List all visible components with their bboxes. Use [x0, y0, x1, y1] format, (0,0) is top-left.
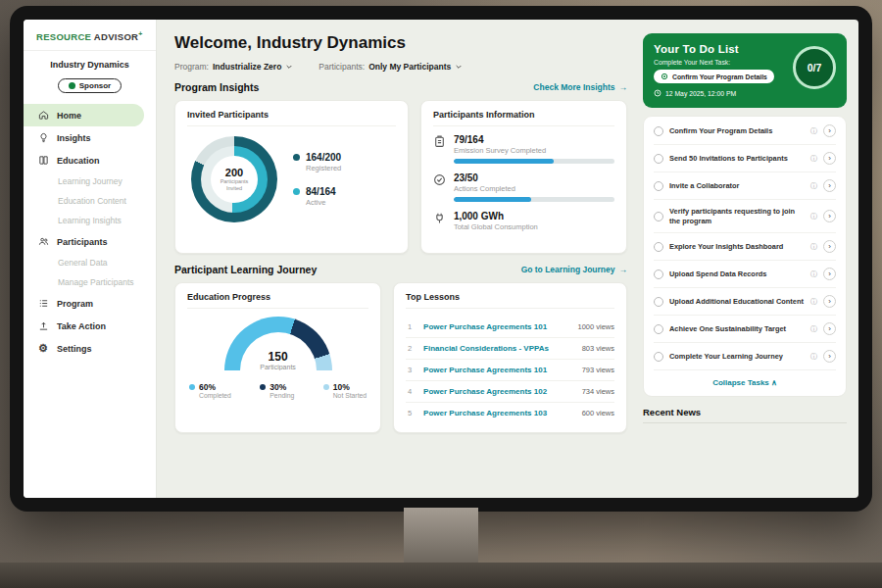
legend-dot — [293, 188, 300, 195]
arrow-right-icon: → — [619, 265, 628, 274]
task-row-confirm-program-details[interactable]: Confirm Your Program Details ⓘ › — [654, 118, 836, 145]
lesson-link[interactable]: Power Purchase Agreements 101 — [423, 322, 569, 331]
next-task-pill[interactable]: Confirm Your Program Details — [654, 70, 774, 83]
task-checkbox[interactable] — [654, 242, 663, 252]
info-icon: ⓘ — [810, 126, 817, 136]
sidebar-item-manage-participants[interactable]: Manage Participants — [24, 272, 156, 292]
sidebar-item-general-data[interactable]: General Data — [24, 253, 156, 272]
todo-panel: 0/7 Your To Do List Complete Your Next T… — [641, 20, 858, 498]
task-row-achieve-sustainability-target[interactable]: Achieve One Sustainability Target ⓘ › — [654, 316, 836, 343]
monitor-bezel: RESOURCE ADVISOR+ Industry Dynamics Spon… — [10, 6, 872, 512]
lesson-link[interactable]: Power Purchase Agreements 102 — [423, 387, 574, 396]
task-row-invite-collaborator[interactable]: Invite a Collaborator ⓘ › — [654, 172, 836, 200]
logo-secondary: ADVISOR — [94, 31, 138, 42]
section-title-learning-journey: Participant Learning Journey — [174, 264, 317, 275]
participants-information-card: Participants Information 79/164 Emission… — [420, 100, 627, 254]
task-checkbox[interactable] — [654, 154, 663, 164]
sidebar-item-participants[interactable]: Participants — [24, 230, 156, 253]
book-icon — [38, 155, 49, 166]
people-icon — [38, 236, 49, 247]
task-checkbox[interactable] — [654, 126, 663, 136]
sidebar-item-take-action[interactable]: Take Action — [24, 315, 156, 337]
gauge-center: 150 Participants — [224, 350, 332, 370]
info-icon: ⓘ — [810, 181, 817, 191]
logo-plus: + — [138, 30, 142, 37]
dashboard-screen: RESOURCE ADVISOR+ Industry Dynamics Spon… — [24, 20, 858, 498]
lesson-link[interactable]: Power Purchase Agreements 103 — [423, 409, 574, 417]
monitor-stand — [404, 508, 478, 564]
task-row-upload-spend-data[interactable]: Upload Spend Data Records ⓘ › — [654, 261, 836, 288]
collapse-tasks-link[interactable]: Collapse Tasks ∧ — [654, 370, 836, 392]
education-gauge-chart: 150 Participants — [224, 317, 332, 370]
todo-progress-ring: 0/7 — [793, 46, 836, 89]
plug-icon — [433, 212, 446, 224]
sidebar-item-learning-journey[interactable]: Learning Journey — [24, 172, 156, 191]
sidebar-item-education[interactable]: Education — [24, 149, 156, 172]
org-name: Industry Dynamics — [29, 60, 150, 70]
task-row-upload-educational-content[interactable]: Upload Additional Educational Content ⓘ … — [654, 288, 836, 316]
participants-filter-dropdown[interactable]: Participants: Only My Participants — [318, 62, 463, 72]
chevron-down-icon — [285, 63, 293, 71]
section-title-program-insights: Program Insights — [174, 81, 259, 93]
sidebar-item-learning-insights[interactable]: Learning Insights — [24, 211, 156, 230]
card-title: Top Lessons — [406, 292, 614, 309]
sidebar-item-education-content[interactable]: Education Content — [24, 191, 156, 211]
chevron-up-icon: ∧ — [771, 378, 777, 387]
sidebar-item-home[interactable]: Home — [24, 104, 144, 126]
lesson-link[interactable]: Power Purchase Agreements 101 — [423, 366, 574, 374]
task-list-card: Confirm Your Program Details ⓘ › Send 50… — [643, 116, 847, 397]
chevron-right-icon[interactable]: › — [823, 240, 836, 253]
chevron-right-icon[interactable]: › — [823, 124, 836, 137]
go-to-learning-journey-link[interactable]: Go to Learning Journey → — [521, 265, 627, 274]
task-checkbox[interactable] — [654, 297, 663, 307]
page-title: Welcome, Industry Dynamics — [174, 33, 627, 53]
progress-bar-emission-survey — [454, 159, 614, 164]
legend-item-active: 84/164 Active — [293, 186, 341, 207]
sidebar-item-insights[interactable]: Insights — [24, 126, 156, 149]
task-checkbox[interactable] — [654, 212, 663, 221]
next-task-due: 12 May 2025, 12:00 PM — [654, 89, 836, 97]
chevron-right-icon[interactable]: › — [823, 295, 836, 308]
lesson-row: 4 Power Purchase Agreements 102 734 view… — [406, 381, 614, 403]
chevron-right-icon[interactable]: › — [823, 350, 836, 363]
task-row-explore-insights[interactable]: Explore Your Insights Dashboard ⓘ › — [654, 233, 836, 261]
task-row-send-invitations[interactable]: Send 50 Invitations to Participants ⓘ › — [654, 145, 836, 172]
sponsor-label: Sponsor — [79, 81, 111, 90]
sidebar-item-settings[interactable]: ⚙ Settings — [24, 337, 156, 360]
donut-legend: 164/200 Registered 84/164 Active — [293, 152, 341, 207]
chevron-right-icon[interactable]: › — [823, 322, 836, 335]
chevron-right-icon[interactable]: › — [823, 152, 836, 165]
info-icon: ⓘ — [810, 242, 817, 252]
task-row-verify-participants[interactable]: Verify participants requesting to join t… — [654, 200, 836, 233]
gauge-legend: 60% Completed 30% Pending — [187, 382, 368, 401]
chevron-right-icon[interactable]: › — [823, 268, 836, 280]
chevron-right-icon[interactable]: › — [823, 210, 836, 222]
invited-donut-chart: 200 Participants Invited — [191, 136, 277, 222]
lesson-link[interactable]: Financial Considerations - VPPAs — [423, 344, 574, 353]
filter-bar: Program: Industrialize Zero Participants… — [174, 62, 627, 72]
lightbulb-icon — [38, 132, 49, 143]
legend-dot — [189, 384, 195, 390]
info-icon: ⓘ — [810, 352, 817, 362]
info-icon: ⓘ — [810, 297, 817, 307]
target-icon — [661, 73, 668, 80]
card-title: Participants Information — [433, 110, 614, 126]
education-progress-card: Education Progress 150 Participants — [174, 282, 381, 433]
legend-dot — [260, 384, 266, 390]
task-checkbox[interactable] — [654, 181, 663, 191]
task-checkbox[interactable] — [654, 352, 663, 362]
org-block: Industry Dynamics Sponsor — [24, 51, 156, 102]
clock-icon — [654, 89, 662, 97]
chevron-right-icon[interactable]: › — [823, 179, 836, 192]
task-row-complete-learning-journey[interactable]: Complete Your Learning Journey ⓘ › — [654, 343, 836, 370]
chevron-down-icon — [455, 63, 463, 71]
check-more-insights-link[interactable]: Check More Insights → — [533, 82, 627, 92]
clipboard-icon — [433, 135, 446, 148]
program-filter-dropdown[interactable]: Program: Industrialize Zero — [174, 62, 293, 72]
sidebar-item-program[interactable]: Program — [24, 292, 156, 315]
task-checkbox[interactable] — [654, 270, 663, 279]
desk-edge — [0, 563, 882, 588]
info-icon: ⓘ — [810, 324, 817, 334]
task-checkbox[interactable] — [654, 324, 663, 334]
info-icon: ⓘ — [810, 212, 817, 221]
